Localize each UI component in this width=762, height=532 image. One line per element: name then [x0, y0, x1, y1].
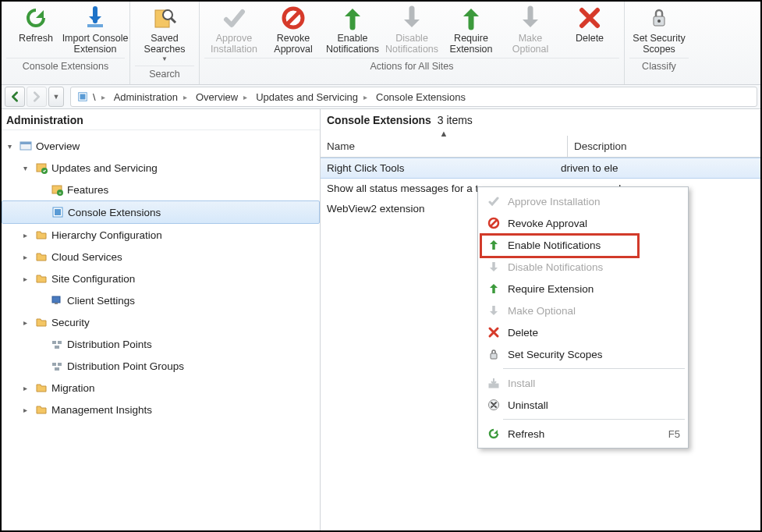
sort-indicator-icon: ▲: [440, 129, 448, 138]
arrow-down-icon: [484, 261, 503, 273]
nav-forward-button[interactable]: [27, 87, 47, 107]
prohibit-icon: [484, 217, 503, 229]
context-menu-revoke-approval[interactable]: Revoke Approval: [480, 212, 686, 234]
tree-node[interactable]: Console Extensions: [2, 200, 320, 224]
disable-notif-icon: [399, 5, 425, 31]
svg-text:+: +: [58, 190, 62, 195]
tree-node[interactable]: +Features: [2, 179, 320, 200]
ribbon-revoke-approval-button[interactable]: Revoke Approval: [264, 3, 323, 55]
ribbon-disable-notif-button: Disable Notifications: [382, 3, 441, 55]
context-menu-refresh[interactable]: RefreshF5: [480, 423, 686, 445]
ribbon-button-label: Revoke Approval: [274, 33, 312, 55]
tree-expander-icon[interactable]: ▸: [23, 253, 33, 261]
tree-node-label: Console Extensions: [68, 207, 161, 218]
navigation-tree: ▾Overview▾Updates and Servicing+Features…: [2, 130, 320, 425]
tree-node[interactable]: ▸Site Configuration: [2, 268, 320, 289]
context-menu-enable-notif[interactable]: Enable Notifications: [480, 234, 686, 256]
tree-node[interactable]: ▸Migration: [2, 377, 320, 399]
lock-icon: [484, 348, 503, 360]
tree-expander-icon[interactable]: ▸: [23, 231, 33, 239]
svg-rect-25: [58, 363, 62, 366]
dpg-icon: [50, 359, 64, 373]
client-settings-icon: [50, 293, 64, 307]
table-row[interactable]: Right Click Toolsdriven to ele: [321, 158, 760, 179]
ribbon-button-label: Make Optional: [512, 33, 549, 55]
folder-icon: [34, 381, 48, 395]
tree-node[interactable]: Distribution Points: [2, 333, 320, 355]
svg-rect-23: [55, 346, 59, 349]
context-menu-set-scopes[interactable]: Set Security Scopes: [480, 343, 686, 365]
tree-node-label: Features: [67, 184, 108, 196]
context-menu-separator: [503, 368, 685, 369]
svg-rect-9: [80, 94, 86, 100]
tree-node[interactable]: ▸Hierarchy Configuration: [2, 224, 320, 246]
context-menu-uninstall[interactable]: Uninstall: [480, 394, 686, 416]
cell-description: driven to ele: [561, 162, 754, 174]
ribbon-button-label: Refresh: [19, 33, 53, 55]
tree-node[interactable]: Client Settings: [2, 289, 320, 311]
console-ext-icon: [51, 205, 65, 219]
ribbon-group: Saved Searches▼Search: [130, 2, 200, 84]
tree-node-label: Distribution Points: [67, 339, 152, 350]
cell-name: Right Click Tools: [327, 162, 561, 174]
tree-expander-icon[interactable]: ▸: [23, 318, 33, 327]
tree-node[interactable]: ▾Overview: [2, 135, 320, 157]
tree-node[interactable]: ▸Management Insights: [2, 399, 320, 420]
refresh-icon: [484, 427, 503, 440]
context-menu-item-label: Approve Installation: [503, 196, 680, 207]
svg-point-7: [657, 20, 661, 23]
tree-node[interactable]: ▸Cloud Services: [2, 246, 320, 268]
breadcrumb-segment[interactable]: Console Extensions: [376, 91, 466, 103]
tree-expander-icon[interactable]: ▸: [23, 384, 33, 392]
breadcrumb-segment[interactable]: Administration▸: [114, 91, 193, 103]
ribbon-delete-button[interactable]: Delete: [560, 3, 619, 55]
breadcrumb-segment-label: Overview: [196, 91, 238, 103]
nav-back-button[interactable]: [5, 87, 25, 107]
breadcrumb-separator-icon: ▸: [243, 93, 247, 101]
tree-node[interactable]: Distribution Point Groups: [2, 355, 320, 377]
tree-expander-icon[interactable]: ▸: [23, 275, 33, 283]
ribbon-refresh-button[interactable]: Refresh: [6, 3, 66, 55]
ribbon-group-title: Actions for All Sites: [204, 58, 619, 75]
ribbon-import-button[interactable]: Import Console Extension: [66, 3, 125, 55]
revoke-approval-icon: [280, 5, 307, 31]
x-red-icon: [484, 326, 503, 339]
updates-icon: [34, 161, 48, 175]
tree-node[interactable]: ▸Security: [2, 311, 320, 333]
details-title: Console Extensions: [327, 114, 431, 126]
context-menu-item-label: Revoke Approval: [503, 218, 680, 229]
sidebar-title: Administration: [2, 109, 320, 130]
approve-install-icon: [221, 5, 247, 31]
arrow-down-icon: [484, 304, 503, 317]
refresh-icon: [23, 5, 49, 31]
ribbon-require-ext-button[interactable]: Require Extension: [441, 3, 501, 55]
ribbon-enable-notif-button[interactable]: Enable Notifications: [323, 3, 382, 55]
tree-node[interactable]: ▾Updates and Servicing: [2, 157, 320, 179]
column-description[interactable]: Description: [568, 136, 760, 157]
ribbon-button-label: Import Console Extension: [62, 33, 129, 55]
breadcrumb-separator-icon: ▸: [183, 93, 187, 101]
breadcrumb-segment[interactable]: Overview▸: [196, 91, 253, 103]
ribbon-saved-searches-button[interactable]: Saved Searches▼: [135, 3, 194, 62]
tree-expander-icon[interactable]: ▸: [23, 406, 33, 414]
tree-expander-icon[interactable]: ▾: [8, 142, 17, 151]
context-menu-require-ext[interactable]: Require Extension: [480, 278, 686, 300]
ribbon-group: Approve InstallationRevoke ApprovalEnabl…: [200, 2, 625, 84]
ribbon-set-scopes-button[interactable]: Set Security Scopes: [629, 3, 689, 55]
ribbon-button-label: Approve Installation: [211, 33, 257, 55]
context-menu-delete[interactable]: Delete: [480, 321, 686, 343]
svg-rect-26: [55, 367, 59, 371]
ribbon-button-label: Delete: [576, 33, 604, 55]
context-menu-separator: [503, 419, 685, 420]
breadcrumb-root-sep: \: [93, 91, 96, 103]
tree-expander-icon[interactable]: ▾: [23, 164, 33, 172]
breadcrumb-segment[interactable]: Updates and Servicing▸: [256, 91, 373, 103]
breadcrumb-bar: ▼ \▸ Administration▸Overview▸Updates and…: [2, 85, 760, 109]
tree-node-label: Management Insights: [51, 404, 152, 416]
ribbon: RefreshImport Console ExtensionConsole E…: [2, 2, 760, 85]
column-name[interactable]: ▲ Name: [321, 136, 568, 157]
breadcrumb-segment-label: Console Extensions: [376, 91, 466, 103]
breadcrumb-path[interactable]: \▸ Administration▸Overview▸Updates and S…: [70, 87, 757, 107]
tree-node-label: Migration: [51, 382, 95, 394]
nav-history-dropdown[interactable]: ▼: [48, 87, 64, 107]
